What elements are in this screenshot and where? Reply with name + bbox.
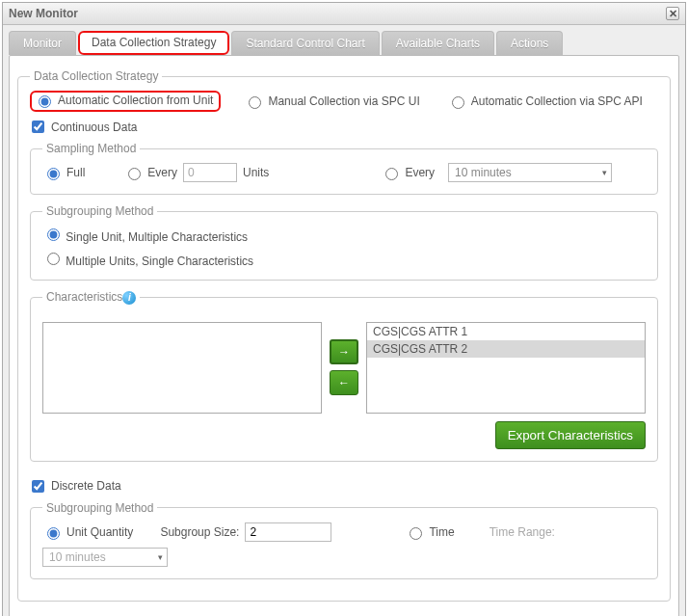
characteristics-legend-text: Characteristics bbox=[46, 290, 122, 304]
radio-single-multi-wrap[interactable]: Single Unit, Multiple Characteristics bbox=[42, 230, 248, 244]
dialog-window: New Monitor ✕ Monitor Data Collection St… bbox=[2, 2, 686, 616]
radio-manual-spc-label: Manual Collection via SPC UI bbox=[268, 94, 419, 108]
radio-every-time-wrap[interactable]: Every bbox=[381, 165, 435, 180]
subgrouping2-legend: Subgrouping Method bbox=[42, 501, 157, 515]
radio-single-multi[interactable] bbox=[47, 228, 60, 241]
radio-every-time-label: Every bbox=[405, 166, 435, 179]
subgroup-size-input[interactable] bbox=[245, 522, 331, 542]
subgrouping-method-1: Subgrouping Method Single Unit, Multiple… bbox=[30, 204, 658, 281]
content-panel: Data Collection Strategy Automatic Colle… bbox=[9, 55, 679, 616]
every-time-value: 10 minutes bbox=[455, 166, 512, 179]
radio-every-units-label: Every bbox=[147, 166, 177, 179]
collection-type-row: Automatic Collection from Unit Manual Co… bbox=[30, 91, 658, 112]
radio-single-multi-label: Single Unit, Multiple Characteristics bbox=[66, 230, 248, 244]
radio-unit-qty-wrap[interactable]: Unit Quantity bbox=[42, 524, 133, 540]
radio-auto-unit-label: Automatic Collection from Unit bbox=[58, 94, 213, 107]
title-bar: New Monitor ✕ bbox=[3, 3, 685, 25]
radio-time[interactable] bbox=[410, 527, 422, 540]
every-time-combo[interactable]: 10 minutes ▾ bbox=[448, 163, 612, 182]
radio-every-units-wrap[interactable]: Every bbox=[123, 165, 177, 180]
tab-available-charts[interactable]: Available Charts bbox=[382, 31, 494, 55]
characteristics-group: Characteristicsi → ← CGS|CGS ATTR 1 bbox=[30, 290, 658, 462]
arrow-column: → ← bbox=[330, 322, 358, 414]
radio-manual-spc-wrap[interactable]: Manual Collection via SPC UI bbox=[244, 94, 419, 109]
export-characteristics-button[interactable]: Export Characteristics bbox=[495, 421, 646, 449]
tab-standard-control-chart[interactable]: Standard Control Chart bbox=[231, 31, 379, 55]
radio-full-wrap[interactable]: Full bbox=[42, 165, 85, 180]
units-label: Units bbox=[243, 166, 269, 179]
radio-time-wrap[interactable]: Time bbox=[405, 524, 454, 540]
move-right-button[interactable]: → bbox=[330, 339, 358, 364]
radio-time-label: Time bbox=[429, 525, 454, 539]
radio-auto-api-label: Automatic Collection via SPC API bbox=[471, 94, 643, 108]
chevron-down-icon: ▾ bbox=[602, 168, 607, 177]
discrete-data-label: Discrete Data bbox=[51, 479, 121, 493]
radio-unit-qty-label: Unit Quantity bbox=[66, 525, 133, 539]
discrete-data-checkbox[interactable] bbox=[32, 480, 44, 493]
close-icon[interactable]: ✕ bbox=[666, 7, 679, 20]
tab-monitor[interactable]: Monitor bbox=[9, 31, 76, 55]
radio-auto-api[interactable] bbox=[452, 96, 464, 109]
radio-every-time[interactable] bbox=[385, 168, 398, 180]
time-range-label: Time Range: bbox=[490, 525, 555, 539]
sampling-legend: Sampling Method bbox=[42, 142, 140, 155]
radio-manual-spc[interactable] bbox=[249, 96, 261, 109]
characteristics-left-list[interactable] bbox=[42, 322, 322, 414]
radio-auto-unit[interactable] bbox=[39, 95, 51, 108]
data-collection-strategy-group: Data Collection Strategy Automatic Colle… bbox=[17, 69, 671, 602]
discrete-data-wrap[interactable]: Discrete Data bbox=[28, 477, 121, 495]
sampling-method-group: Sampling Method Full Every Units Every bbox=[30, 142, 658, 195]
list-item[interactable]: CGS|CGS ATTR 2 bbox=[367, 340, 645, 358]
radio-full-label: Full bbox=[66, 166, 85, 179]
dialog-title: New Monitor bbox=[9, 7, 78, 20]
list-item[interactable]: CGS|CGS ATTR 1 bbox=[367, 323, 645, 340]
arrow-right-icon: → bbox=[338, 345, 350, 359]
radio-multi-single-wrap[interactable]: Multiple Units, Single Characteristics bbox=[42, 254, 253, 268]
radio-auto-api-wrap[interactable]: Automatic Collection via SPC API bbox=[447, 94, 643, 109]
characteristics-legend: Characteristicsi bbox=[42, 290, 140, 305]
sampling-row: Full Every Units Every 10 minutes ▾ bbox=[42, 163, 646, 182]
subgroup-size-label: Subgroup Size: bbox=[160, 525, 239, 539]
tab-strip: Monitor Data Collection Strategy Standar… bbox=[3, 25, 685, 55]
continuous-data-wrap[interactable]: Continuous Data bbox=[28, 118, 137, 136]
tab-actions[interactable]: Actions bbox=[496, 31, 563, 55]
tab-data-collection-strategy[interactable]: Data Collection Strategy bbox=[78, 31, 229, 55]
info-icon[interactable]: i bbox=[122, 291, 136, 305]
subgrouping-method-2: Subgrouping Method Unit Quantity Subgrou… bbox=[30, 501, 658, 579]
radio-every-units[interactable] bbox=[128, 168, 141, 180]
continuous-data-checkbox[interactable] bbox=[32, 121, 44, 133]
move-left-button[interactable]: ← bbox=[330, 370, 358, 395]
radio-multi-single[interactable] bbox=[47, 253, 60, 265]
continuous-data-label: Continuous Data bbox=[51, 121, 137, 134]
characteristics-picker: → ← CGS|CGS ATTR 1 CGS|CGS ATTR 2 bbox=[42, 322, 646, 414]
chevron-down-icon: ▾ bbox=[158, 552, 163, 562]
subgrouping2-row: Unit Quantity Subgroup Size: Time Time R… bbox=[42, 522, 646, 567]
every-units-input[interactable] bbox=[183, 163, 237, 182]
time-range-combo[interactable]: 10 minutes ▾ bbox=[42, 548, 168, 567]
arrow-left-icon: ← bbox=[338, 376, 350, 389]
radio-unit-qty[interactable] bbox=[47, 527, 60, 540]
radio-full[interactable] bbox=[47, 168, 60, 180]
subgrouping1-legend: Subgrouping Method bbox=[42, 204, 157, 218]
radio-multi-single-label: Multiple Units, Single Characteristics bbox=[66, 254, 253, 268]
radio-auto-unit-wrap[interactable]: Automatic Collection from Unit bbox=[30, 91, 221, 112]
time-range-value: 10 minutes bbox=[49, 550, 106, 564]
characteristics-right-list[interactable]: CGS|CGS ATTR 1 CGS|CGS ATTR 2 bbox=[366, 322, 646, 414]
group-legend: Data Collection Strategy bbox=[30, 69, 162, 83]
